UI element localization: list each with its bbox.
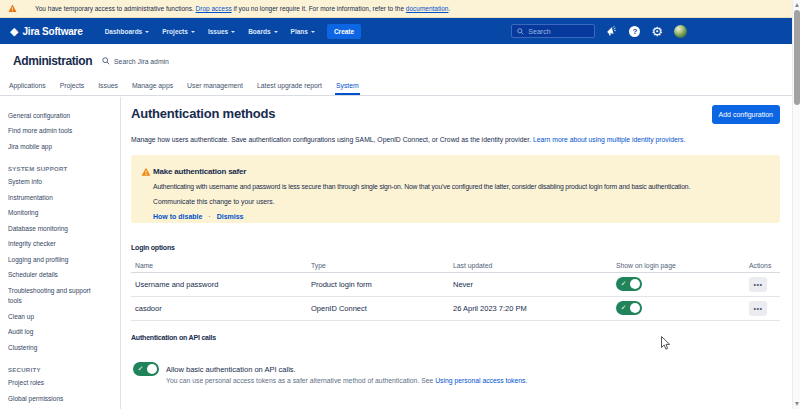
sidebar-item-scheduler-details[interactable]: Scheduler details <box>8 268 106 284</box>
tab-projects[interactable]: Projects <box>59 78 86 95</box>
tab-system[interactable]: System <box>335 78 360 95</box>
login-options-table: Name Type Last updated Show on login pag… <box>131 258 780 321</box>
how-to-disable-link[interactable]: How to disable <box>153 213 202 220</box>
row-name: casdoor <box>131 304 311 313</box>
section-title: Authentication methods <box>131 106 780 121</box>
chevron-down-icon <box>311 31 315 33</box>
show-on-login-toggle[interactable]: ✓ <box>616 301 642 315</box>
tab-manage-apps[interactable]: Manage apps <box>131 78 174 95</box>
vertical-scrollbar[interactable] <box>792 0 800 409</box>
scrollbar-thumb[interactable] <box>794 10 800 105</box>
personal-access-tokens-link[interactable]: Using personal access tokens. <box>435 377 527 384</box>
create-button[interactable]: Create <box>327 24 361 39</box>
table-row: casdoor OpenID Connect 26 April 2023 7:2… <box>131 297 780 321</box>
warning-line2: Communicate this change to your users. <box>153 198 768 205</box>
warning-icon <box>8 4 17 13</box>
sidebar-item-jira-mobile-app[interactable]: Jira mobile app <box>8 139 106 155</box>
scrollbar-up-arrow[interactable] <box>795 3 799 7</box>
row-actions-button[interactable]: ••• <box>749 301 767 316</box>
jira-brand[interactable]: ◆ Jira Software <box>10 26 83 37</box>
drop-access-link[interactable]: Drop access <box>196 5 232 12</box>
basic-auth-toggle[interactable]: ✓ <box>133 362 159 376</box>
add-configuration-button[interactable]: Add configuration <box>712 105 780 124</box>
sidebar-item-integrity-checker[interactable]: Integrity checker <box>8 237 106 253</box>
col-type: Type <box>311 262 453 269</box>
sidebar-item-logging-and-profiling[interactable]: Logging and profiling <box>8 252 106 268</box>
admin-search[interactable]: Search Jira admin <box>102 57 169 65</box>
scrollbar-down-arrow[interactable] <box>795 402 799 406</box>
search-icon <box>102 57 110 65</box>
sidebar-item-project-roles[interactable]: Project roles <box>8 376 106 392</box>
sidebar-section-system-support: SYSTEM SUPPORT <box>8 164 106 175</box>
tab-user-management[interactable]: User management <box>186 78 244 95</box>
chevron-down-icon <box>145 31 149 33</box>
row-last-updated: 26 April 2023 7:20 PM <box>453 304 616 313</box>
admin-tabs: Applications Projects Issues Manage apps… <box>0 78 792 96</box>
admin-sidebar: General configuration Find more admin to… <box>0 97 121 409</box>
nav-projects[interactable]: Projects <box>162 28 195 35</box>
page-title: Administration <box>13 54 92 68</box>
col-actions: Actions <box>749 262 776 269</box>
sidebar-item-general-configuration[interactable]: General configuration <box>8 108 106 124</box>
nav-plans[interactable]: Plans <box>291 28 315 35</box>
warning-icon <box>141 167 151 177</box>
user-avatar[interactable] <box>674 25 687 38</box>
top-navbar: ◆ Jira Software Dashboards Projects Issu… <box>0 18 792 44</box>
col-name: Name <box>131 262 311 269</box>
chevron-down-icon <box>274 31 278 33</box>
api-subtext: You can use personal access tokens as a … <box>166 377 527 384</box>
sidebar-item-clustering[interactable]: Clustering <box>8 340 106 356</box>
sidebar-section-security: SECURITY <box>8 365 106 376</box>
global-search-input[interactable]: Search <box>511 24 595 38</box>
sidebar-item-find-more-admin-tools[interactable]: Find more admin tools <box>8 124 106 140</box>
sidebar-item-instrumentation[interactable]: Instrumentation <box>8 190 106 206</box>
warning-title: Make authentication safer <box>153 167 768 176</box>
row-last-updated: Never <box>453 280 616 289</box>
nav-issues[interactable]: Issues <box>208 28 235 35</box>
announcement-icon[interactable] <box>606 25 618 37</box>
table-row: Username and password Product login form… <box>131 273 780 297</box>
chevron-down-icon <box>231 31 235 33</box>
nav-dashboards[interactable]: Dashboards <box>105 28 150 35</box>
gear-icon[interactable]: ⚙ <box>651 25 663 38</box>
row-name: Username and password <box>131 280 311 289</box>
api-section-title: Authentication on API calls <box>131 334 780 341</box>
sidebar-item-monitoring[interactable]: Monitoring <box>8 206 106 222</box>
sidebar-item-troubleshooting[interactable]: Troubleshooting and support tools <box>8 283 106 309</box>
col-last-updated: Last updated <box>453 262 616 269</box>
api-toggle-label: Allow basic authentication on API calls. <box>166 362 527 374</box>
row-type: OpenID Connect <box>311 304 453 313</box>
tab-latest-upgrade-report[interactable]: Latest upgrade report <box>256 78 323 95</box>
jira-brand-name: Jira Software <box>22 26 82 37</box>
nav-boards[interactable]: Boards <box>248 28 277 35</box>
section-description: Manage how users authenticate. Save auth… <box>131 136 780 143</box>
tab-applications[interactable]: Applications <box>8 78 47 95</box>
help-icon[interactable]: ? <box>629 26 640 37</box>
row-type: Product login form <box>311 280 453 289</box>
sidebar-item-clean-up[interactable]: Clean up <box>8 309 106 325</box>
sidebar-item-audit-log[interactable]: Audit log <box>8 325 106 341</box>
login-options-title: Login options <box>131 244 780 251</box>
jira-logo-icon: ◆ <box>10 26 18 37</box>
mouse-cursor <box>660 336 671 351</box>
sidebar-item-system-info[interactable]: System info <box>8 175 106 191</box>
sidebar-item-database-monitoring[interactable]: Database monitoring <box>8 221 106 237</box>
col-show-on-login: Show on login page <box>616 262 749 269</box>
sidebar-item-global-permissions[interactable]: Global permissions <box>8 391 106 407</box>
row-actions-button[interactable]: ••• <box>749 277 767 292</box>
dismiss-link[interactable]: Dismiss <box>217 213 244 220</box>
banner-text: You have temporary access to administrat… <box>35 5 450 12</box>
show-on-login-toggle[interactable]: ✓ <box>616 277 642 291</box>
learn-more-link[interactable]: Learn more about using multiple identity… <box>533 136 685 143</box>
warning-panel: Make authentication safer Authenticating… <box>131 155 780 223</box>
admin-access-banner: You have temporary access to administrat… <box>0 0 792 18</box>
documentation-link[interactable]: documentation <box>406 5 449 12</box>
admin-header: Administration Search Jira admin <box>0 44 792 78</box>
main-content: Authentication methods Add configuration… <box>131 97 780 409</box>
warning-line1: Authenticating with username and passwor… <box>153 183 768 190</box>
search-icon <box>517 28 524 35</box>
chevron-down-icon <box>191 31 195 33</box>
tab-issues[interactable]: Issues <box>97 78 119 95</box>
